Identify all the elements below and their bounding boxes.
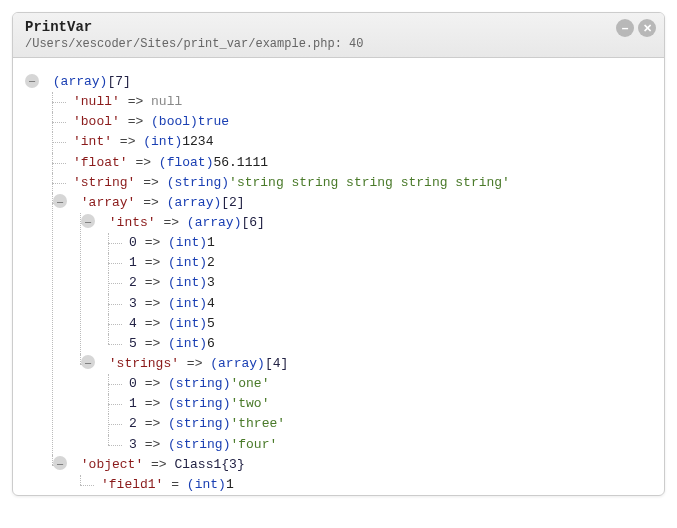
equals-icon: = (171, 477, 179, 492)
item-value: 3 (207, 275, 215, 290)
item-index: 2 (129, 275, 137, 290)
arrow-icon: => (128, 94, 144, 109)
item-key: 'null' (73, 94, 120, 109)
item-value: 'one' (230, 376, 269, 391)
item-value: 2 (207, 255, 215, 270)
minimize-button[interactable]: – (616, 19, 634, 37)
item-type: (float) (159, 155, 214, 170)
tree-item-string: 'string' => (string)'string string strin… (45, 173, 650, 193)
item-index: 5 (129, 336, 137, 351)
item-value: 'three' (230, 416, 285, 431)
tree-row: 'field1' = (int)1 (73, 475, 650, 495)
tree-item-float: 'float' => (float)56.1111 (45, 153, 650, 173)
panel-title: PrintVar (25, 19, 654, 35)
close-button[interactable]: ✕ (638, 19, 656, 37)
item-value: 4 (207, 296, 215, 311)
tree-item-null: 'null' => null (45, 92, 650, 112)
arrow-icon: => (128, 114, 144, 129)
arrow-icon: => (145, 416, 161, 431)
item-value: 1 (207, 235, 215, 250)
item-type: (string) (168, 437, 230, 452)
item-value: 6 (207, 336, 215, 351)
arrow-icon: => (135, 155, 151, 170)
item-index: 0 (129, 235, 137, 250)
item-index: 3 (129, 296, 137, 311)
item-key: 'float' (73, 155, 128, 170)
collapse-icon[interactable]: – (53, 456, 67, 470)
item-count: [4] (265, 356, 288, 371)
tree-row: 3 => (string)'four' (101, 435, 650, 455)
arrow-icon: => (145, 275, 161, 290)
item-key: 'string' (73, 175, 135, 190)
arrow-icon: => (120, 134, 136, 149)
item-type: (string) (167, 175, 229, 190)
arrow-icon: => (145, 235, 161, 250)
collapse-icon[interactable]: – (81, 355, 95, 369)
item-type: (int) (168, 235, 207, 250)
file-path: /Users/xescoder/Sites/print_var/example.… (25, 37, 335, 51)
item-index: 1 (129, 396, 137, 411)
panel-controls: – ✕ (616, 19, 656, 37)
panel-source-path: /Users/xescoder/Sites/print_var/example.… (25, 37, 654, 51)
root-type: (array) (53, 74, 108, 89)
item-type: (int) (168, 255, 207, 270)
item-key: 'ints' (109, 215, 156, 230)
tree-row: 0 => (string)'one' (101, 374, 650, 394)
item-value: null (151, 94, 182, 109)
item-value: 56.1111 (213, 155, 268, 170)
tree-row: 2 => (string)'three' (101, 414, 650, 434)
arrow-icon: => (145, 316, 161, 331)
item-type: (string) (168, 376, 230, 391)
field-key: 'field1' (101, 477, 163, 492)
arrow-icon: => (145, 296, 161, 311)
arrow-icon: => (145, 376, 161, 391)
item-index: 4 (129, 316, 137, 331)
item-type: (array) (187, 215, 242, 230)
item-key: 'bool' (73, 114, 120, 129)
item-type: (int) (187, 477, 226, 492)
tree-row: 4 => (int)5 (101, 314, 650, 334)
item-key: 'int' (73, 134, 112, 149)
panel-header: PrintVar /Users/xescoder/Sites/print_var… (13, 13, 664, 58)
item-type: (string) (168, 416, 230, 431)
tree-item-array: – 'array' => (array)[2] – 'ints' => (45, 193, 650, 455)
collapse-icon[interactable]: – (25, 74, 39, 88)
collapse-icon[interactable]: – (53, 194, 67, 208)
collapse-icon[interactable]: – (81, 214, 95, 228)
arrow-icon: => (145, 336, 161, 351)
tree-row: 1 => (int)2 (101, 253, 650, 273)
item-key: 'object' (81, 457, 143, 472)
item-value: 1 (226, 477, 234, 492)
arrow-icon: => (143, 175, 159, 190)
item-value: 'four' (230, 437, 277, 452)
tree-row: 2 => (int)3 (101, 273, 650, 293)
item-count: [2] (221, 195, 244, 210)
item-type: (int) (168, 336, 207, 351)
item-key: 'array' (81, 195, 136, 210)
tree-row: 0 => (int)1 (101, 233, 650, 253)
item-type: (int) (143, 134, 182, 149)
tree-item-strings: – 'strings' => (array)[4] 0 => (string)'… (73, 354, 650, 455)
tree-row: 5 => (int)6 (101, 334, 650, 354)
item-type: (string) (168, 396, 230, 411)
arrow-icon: => (143, 195, 159, 210)
root-count: [7] (107, 74, 130, 89)
item-type: (int) (168, 316, 207, 331)
arrow-icon: => (151, 457, 167, 472)
item-value: 'string string string string string' (229, 175, 510, 190)
debug-panel: PrintVar /Users/xescoder/Sites/print_var… (12, 12, 665, 496)
arrow-icon: => (145, 255, 161, 270)
item-value: 1234 (182, 134, 213, 149)
tree-root: – (array)[7] 'null' => null 'bool' => (b… (27, 72, 650, 495)
tree-item-ints: – 'ints' => (array)[6] 0 => (int)11 => (… (73, 213, 650, 354)
arrow-icon: => (187, 356, 203, 371)
arrow-icon: => (145, 437, 161, 452)
item-type: (bool) (151, 114, 198, 129)
item-count: [6] (241, 215, 264, 230)
arrow-icon: => (163, 215, 179, 230)
panel-body: – (array)[7] 'null' => null 'bool' => (b… (13, 58, 664, 495)
item-type: (int) (168, 275, 207, 290)
arrow-icon: => (145, 396, 161, 411)
item-index: 2 (129, 416, 137, 431)
item-value: 'two' (230, 396, 269, 411)
